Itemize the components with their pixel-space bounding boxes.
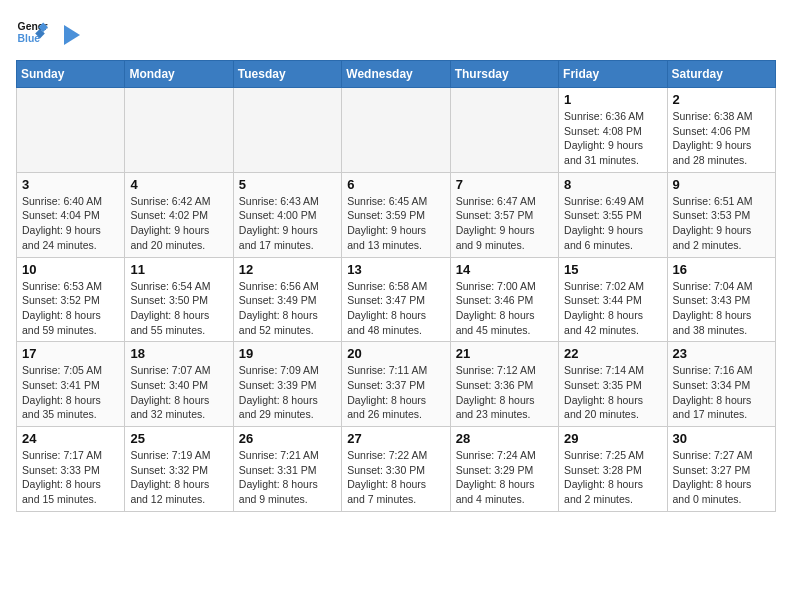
day-number: 8 (564, 177, 661, 192)
day-info: Sunrise: 7:04 AM Sunset: 3:43 PM Dayligh… (673, 279, 770, 338)
day-number: 15 (564, 262, 661, 277)
day-info: Sunrise: 7:05 AM Sunset: 3:41 PM Dayligh… (22, 363, 119, 422)
weekday-header: Monday (125, 61, 233, 88)
calendar-cell: 1Sunrise: 6:36 AM Sunset: 4:08 PM Daylig… (559, 88, 667, 173)
day-info: Sunrise: 7:19 AM Sunset: 3:32 PM Dayligh… (130, 448, 227, 507)
day-number: 29 (564, 431, 661, 446)
day-number: 12 (239, 262, 336, 277)
calendar-cell: 4Sunrise: 6:42 AM Sunset: 4:02 PM Daylig… (125, 172, 233, 257)
logo: General Blue (16, 16, 84, 48)
day-info: Sunrise: 6:38 AM Sunset: 4:06 PM Dayligh… (673, 109, 770, 168)
weekday-header: Sunday (17, 61, 125, 88)
day-info: Sunrise: 7:12 AM Sunset: 3:36 PM Dayligh… (456, 363, 553, 422)
calendar-header-row: SundayMondayTuesdayWednesdayThursdayFrid… (17, 61, 776, 88)
day-info: Sunrise: 6:53 AM Sunset: 3:52 PM Dayligh… (22, 279, 119, 338)
day-number: 17 (22, 346, 119, 361)
calendar-cell: 27Sunrise: 7:22 AM Sunset: 3:30 PM Dayli… (342, 427, 450, 512)
day-number: 23 (673, 346, 770, 361)
calendar-cell: 15Sunrise: 7:02 AM Sunset: 3:44 PM Dayli… (559, 257, 667, 342)
calendar-cell: 7Sunrise: 6:47 AM Sunset: 3:57 PM Daylig… (450, 172, 558, 257)
calendar-cell: 2Sunrise: 6:38 AM Sunset: 4:06 PM Daylig… (667, 88, 775, 173)
day-info: Sunrise: 6:58 AM Sunset: 3:47 PM Dayligh… (347, 279, 444, 338)
day-number: 24 (22, 431, 119, 446)
calendar-cell (450, 88, 558, 173)
calendar-cell: 19Sunrise: 7:09 AM Sunset: 3:39 PM Dayli… (233, 342, 341, 427)
calendar-cell: 21Sunrise: 7:12 AM Sunset: 3:36 PM Dayli… (450, 342, 558, 427)
day-info: Sunrise: 6:51 AM Sunset: 3:53 PM Dayligh… (673, 194, 770, 253)
day-number: 27 (347, 431, 444, 446)
day-number: 4 (130, 177, 227, 192)
day-number: 19 (239, 346, 336, 361)
calendar-cell: 24Sunrise: 7:17 AM Sunset: 3:33 PM Dayli… (17, 427, 125, 512)
calendar-cell: 22Sunrise: 7:14 AM Sunset: 3:35 PM Dayli… (559, 342, 667, 427)
calendar-table: SundayMondayTuesdayWednesdayThursdayFrid… (16, 60, 776, 512)
day-info: Sunrise: 7:14 AM Sunset: 3:35 PM Dayligh… (564, 363, 661, 422)
calendar-week-row: 17Sunrise: 7:05 AM Sunset: 3:41 PM Dayli… (17, 342, 776, 427)
weekday-header: Saturday (667, 61, 775, 88)
calendar-week-row: 3Sunrise: 6:40 AM Sunset: 4:04 PM Daylig… (17, 172, 776, 257)
calendar-cell: 12Sunrise: 6:56 AM Sunset: 3:49 PM Dayli… (233, 257, 341, 342)
day-number: 20 (347, 346, 444, 361)
calendar-cell: 23Sunrise: 7:16 AM Sunset: 3:34 PM Dayli… (667, 342, 775, 427)
day-number: 14 (456, 262, 553, 277)
calendar-week-row: 24Sunrise: 7:17 AM Sunset: 3:33 PM Dayli… (17, 427, 776, 512)
day-number: 28 (456, 431, 553, 446)
day-info: Sunrise: 7:07 AM Sunset: 3:40 PM Dayligh… (130, 363, 227, 422)
page-header: General Blue (16, 16, 776, 48)
day-number: 5 (239, 177, 336, 192)
calendar-cell: 30Sunrise: 7:27 AM Sunset: 3:27 PM Dayli… (667, 427, 775, 512)
day-info: Sunrise: 6:40 AM Sunset: 4:04 PM Dayligh… (22, 194, 119, 253)
calendar-cell: 18Sunrise: 7:07 AM Sunset: 3:40 PM Dayli… (125, 342, 233, 427)
calendar-cell (17, 88, 125, 173)
day-number: 22 (564, 346, 661, 361)
day-number: 13 (347, 262, 444, 277)
calendar-cell: 26Sunrise: 7:21 AM Sunset: 3:31 PM Dayli… (233, 427, 341, 512)
svg-marker-4 (64, 25, 80, 45)
day-number: 3 (22, 177, 119, 192)
day-number: 9 (673, 177, 770, 192)
day-number: 16 (673, 262, 770, 277)
day-info: Sunrise: 6:56 AM Sunset: 3:49 PM Dayligh… (239, 279, 336, 338)
day-info: Sunrise: 7:09 AM Sunset: 3:39 PM Dayligh… (239, 363, 336, 422)
day-info: Sunrise: 7:21 AM Sunset: 3:31 PM Dayligh… (239, 448, 336, 507)
day-info: Sunrise: 7:02 AM Sunset: 3:44 PM Dayligh… (564, 279, 661, 338)
calendar-cell: 6Sunrise: 6:45 AM Sunset: 3:59 PM Daylig… (342, 172, 450, 257)
day-number: 18 (130, 346, 227, 361)
day-number: 21 (456, 346, 553, 361)
day-number: 1 (564, 92, 661, 107)
weekday-header: Thursday (450, 61, 558, 88)
calendar-cell: 14Sunrise: 7:00 AM Sunset: 3:46 PM Dayli… (450, 257, 558, 342)
calendar-cell: 29Sunrise: 7:25 AM Sunset: 3:28 PM Dayli… (559, 427, 667, 512)
day-info: Sunrise: 6:47 AM Sunset: 3:57 PM Dayligh… (456, 194, 553, 253)
day-info: Sunrise: 6:43 AM Sunset: 4:00 PM Dayligh… (239, 194, 336, 253)
day-number: 30 (673, 431, 770, 446)
calendar-cell: 10Sunrise: 6:53 AM Sunset: 3:52 PM Dayli… (17, 257, 125, 342)
day-number: 26 (239, 431, 336, 446)
day-info: Sunrise: 7:27 AM Sunset: 3:27 PM Dayligh… (673, 448, 770, 507)
calendar-cell: 3Sunrise: 6:40 AM Sunset: 4:04 PM Daylig… (17, 172, 125, 257)
calendar-cell: 16Sunrise: 7:04 AM Sunset: 3:43 PM Dayli… (667, 257, 775, 342)
day-number: 2 (673, 92, 770, 107)
day-info: Sunrise: 6:45 AM Sunset: 3:59 PM Dayligh… (347, 194, 444, 253)
calendar-week-row: 10Sunrise: 6:53 AM Sunset: 3:52 PM Dayli… (17, 257, 776, 342)
calendar-week-row: 1Sunrise: 6:36 AM Sunset: 4:08 PM Daylig… (17, 88, 776, 173)
weekday-header: Tuesday (233, 61, 341, 88)
day-number: 11 (130, 262, 227, 277)
day-number: 7 (456, 177, 553, 192)
weekday-header: Wednesday (342, 61, 450, 88)
day-info: Sunrise: 7:17 AM Sunset: 3:33 PM Dayligh… (22, 448, 119, 507)
calendar-cell: 13Sunrise: 6:58 AM Sunset: 3:47 PM Dayli… (342, 257, 450, 342)
calendar-cell: 17Sunrise: 7:05 AM Sunset: 3:41 PM Dayli… (17, 342, 125, 427)
calendar-cell: 8Sunrise: 6:49 AM Sunset: 3:55 PM Daylig… (559, 172, 667, 257)
day-info: Sunrise: 6:54 AM Sunset: 3:50 PM Dayligh… (130, 279, 227, 338)
day-number: 10 (22, 262, 119, 277)
logo-triangle (56, 21, 84, 49)
day-number: 6 (347, 177, 444, 192)
day-info: Sunrise: 6:36 AM Sunset: 4:08 PM Dayligh… (564, 109, 661, 168)
weekday-header: Friday (559, 61, 667, 88)
day-number: 25 (130, 431, 227, 446)
day-info: Sunrise: 6:49 AM Sunset: 3:55 PM Dayligh… (564, 194, 661, 253)
calendar-cell (125, 88, 233, 173)
calendar-cell (342, 88, 450, 173)
day-info: Sunrise: 7:22 AM Sunset: 3:30 PM Dayligh… (347, 448, 444, 507)
